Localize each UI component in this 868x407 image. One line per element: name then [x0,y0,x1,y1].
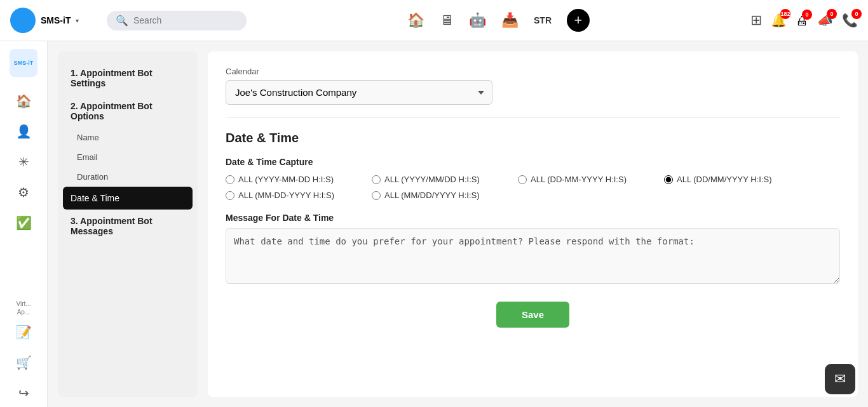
plus-icon: + [574,12,583,29]
radio-input-2[interactable] [372,175,381,184]
radio-option-2[interactable]: ALL (YYYY/MM/DD H:I:S) [372,175,499,184]
radio-label-4: ALL (DD/MM/YYYY H:I:S) [677,175,772,184]
radio-label-1: ALL (YYYY-MM-DD H:I:S) [238,175,334,184]
notifications-count: 182 [780,9,790,19]
radio-option-1[interactable]: ALL (YYYY-MM-DD H:I:S) [226,175,353,184]
sidebar-item-network[interactable]: ✳ [10,148,37,176]
sidebar-narrow: SMS-iT 🏠 👤 ✳ ⚙ ✅ Virt... Ap... 📝 🛒 ↪ [0,41,48,407]
phone-count: 0 [851,9,862,19]
radio-option-5[interactable]: ALL (MM-DD-YYYY H:I:S) [226,190,353,200]
cart-badge[interactable]: 🖨 0 [796,13,808,28]
appt-settings-heading[interactable]: 1. Appointment Bot Settings [58,62,198,95]
sidebar-logo: SMS-iT [10,49,37,77]
sidebar-item-notes[interactable]: 📝 [10,318,37,346]
radio-label-6: ALL (MM/DD/YYYY H:I:S) [384,190,480,200]
str-label[interactable]: STR [534,15,552,25]
radio-option-3[interactable]: ALL (DD-MM-YYYY H:I:S) [518,175,645,184]
capture-label: Date & Time Capture [226,157,840,167]
brand-name: SMS-iT [41,15,71,25]
main-layout: SMS-iT 🏠 👤 ✳ ⚙ ✅ Virt... Ap... 📝 🛒 ↪ 1. … [0,41,868,407]
radio-label-5: ALL (MM-DD-YYYY H:I:S) [238,190,334,200]
notifications-badge[interactable]: 🔔 182 [771,13,787,28]
right-icons: ⊞ 🔔 182 🖨 0 📣 0 📞 0 [750,12,858,29]
search-bar[interactable]: 🔍 [107,11,247,30]
brand-dropdown-icon[interactable]: ▾ [76,17,79,24]
home-nav-icon[interactable]: 🏠 [407,12,424,29]
radio-row-2: ALL (MM-DD-YYYY H:I:S) ALL (MM/DD/YYYY H… [226,190,840,200]
radio-option-6[interactable]: ALL (MM/DD/YYYY H:I:S) [372,190,499,200]
section-divider [226,117,840,118]
appt-messages-heading[interactable]: 3. Appointment Bot Messages [58,210,198,243]
radio-option-4[interactable]: ALL (DD/MM/YYYY H:I:S) [664,175,791,184]
sidebar-item-tools[interactable]: ⚙ [10,178,37,206]
phone-badge[interactable]: 📞 0 [842,13,858,28]
main-area: 1. Appointment Bot Settings 2. Appointme… [48,41,868,407]
nav-icons: 🏠 🖥 🤖 📥 STR + [254,9,743,32]
duration-item[interactable]: Duration [58,167,198,187]
chat-icon: ✉ [834,371,846,387]
radio-label-2: ALL (YYYY/MM/DD H:I:S) [384,175,480,184]
save-area: Save [226,302,840,328]
monitor-nav-icon[interactable]: 🖥 [440,12,454,29]
save-button[interactable]: Save [496,302,569,328]
top-nav: SMS-iT ▾ 🔍 🏠 🖥 🤖 📥 STR + ⊞ 🔔 182 🖨 0 📣 0… [0,0,868,41]
radio-input-4[interactable] [664,175,673,184]
sidebar-item-shop[interactable]: 🛒 [10,349,37,377]
appt-options-heading[interactable]: 2. Appointment Bot Options [58,95,198,128]
bot-nav-icon[interactable]: 🤖 [469,12,486,29]
chat-button[interactable]: ✉ [825,364,855,394]
calendar-label: Calendar [226,67,840,76]
sidebar-item-home[interactable]: 🏠 [10,87,37,115]
cart-count: 0 [802,10,812,20]
radio-input-1[interactable] [226,175,234,184]
brand-area[interactable]: SMS-iT ▾ [10,8,99,33]
sidebar-virt-label[interactable]: Virt... [4,300,43,307]
date-time-item[interactable]: Date & Time [63,187,193,210]
message-textarea[interactable]: What date and time do you prefer for you… [226,228,840,284]
name-item[interactable]: Name [58,128,198,147]
avatar [10,8,36,33]
inbox-nav-icon[interactable]: 📥 [501,12,519,29]
date-time-title: Date & Time [226,131,840,145]
right-content: Calendar Joe's Construction Company Date… [208,51,858,397]
sidebar-item-tasks[interactable]: ✅ [10,209,37,237]
search-icon: 🔍 [116,15,128,27]
sidebar-ap-label[interactable]: Ap... [4,309,43,316]
megaphone-count: 0 [827,9,837,19]
radio-input-5[interactable] [226,191,234,200]
sidebar-item-user[interactable]: 👤 [10,117,37,145]
email-item[interactable]: Email [58,147,198,167]
radio-grid: ALL (YYYY-MM-DD H:I:S) ALL (YYYY/MM/DD H… [226,175,840,200]
add-button[interactable]: + [567,9,590,32]
radio-input-6[interactable] [372,191,381,200]
radio-label-3: ALL (DD-MM-YYYY H:I:S) [531,175,627,184]
radio-input-3[interactable] [518,175,527,184]
grid-icon[interactable]: ⊞ [750,12,762,29]
left-panel: 1. Appointment Bot Settings 2. Appointme… [58,51,198,397]
sidebar-item-exit[interactable]: ↪ [10,379,37,407]
calendar-select[interactable]: Joe's Construction Company [226,80,492,105]
message-label: Message For Date & Time [226,213,840,223]
megaphone-badge[interactable]: 📣 0 [817,13,833,28]
search-input[interactable] [133,15,235,25]
radio-row-1: ALL (YYYY-MM-DD H:I:S) ALL (YYYY/MM/DD H… [226,175,840,184]
